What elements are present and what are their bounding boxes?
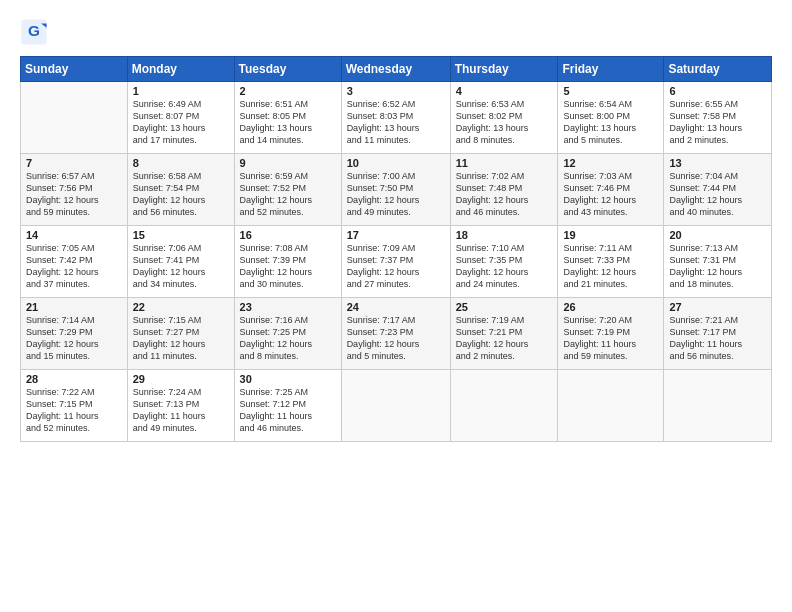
day-info: Sunrise: 7:16 AM Sunset: 7:25 PM Dayligh… [240, 314, 336, 363]
day-info: Sunrise: 6:51 AM Sunset: 8:05 PM Dayligh… [240, 98, 336, 147]
day-cell: 26Sunrise: 7:20 AM Sunset: 7:19 PM Dayli… [558, 298, 664, 370]
day-number: 1 [133, 85, 229, 97]
week-row-1: 1Sunrise: 6:49 AM Sunset: 8:07 PM Daylig… [21, 82, 772, 154]
day-info: Sunrise: 7:24 AM Sunset: 7:13 PM Dayligh… [133, 386, 229, 435]
day-cell: 27Sunrise: 7:21 AM Sunset: 7:17 PM Dayli… [664, 298, 772, 370]
svg-text:G: G [28, 22, 40, 39]
weekday-header-friday: Friday [558, 57, 664, 82]
day-cell: 18Sunrise: 7:10 AM Sunset: 7:35 PM Dayli… [450, 226, 558, 298]
day-number: 6 [669, 85, 766, 97]
day-cell: 14Sunrise: 7:05 AM Sunset: 7:42 PM Dayli… [21, 226, 128, 298]
day-cell: 20Sunrise: 7:13 AM Sunset: 7:31 PM Dayli… [664, 226, 772, 298]
day-cell: 7Sunrise: 6:57 AM Sunset: 7:56 PM Daylig… [21, 154, 128, 226]
day-info: Sunrise: 6:59 AM Sunset: 7:52 PM Dayligh… [240, 170, 336, 219]
day-info: Sunrise: 7:05 AM Sunset: 7:42 PM Dayligh… [26, 242, 122, 291]
day-cell [341, 370, 450, 442]
day-cell: 24Sunrise: 7:17 AM Sunset: 7:23 PM Dayli… [341, 298, 450, 370]
day-info: Sunrise: 6:49 AM Sunset: 8:07 PM Dayligh… [133, 98, 229, 147]
day-number: 9 [240, 157, 336, 169]
weekday-header-tuesday: Tuesday [234, 57, 341, 82]
day-number: 7 [26, 157, 122, 169]
day-cell: 25Sunrise: 7:19 AM Sunset: 7:21 PM Dayli… [450, 298, 558, 370]
day-number: 24 [347, 301, 445, 313]
day-info: Sunrise: 7:22 AM Sunset: 7:15 PM Dayligh… [26, 386, 122, 435]
day-cell [664, 370, 772, 442]
day-number: 8 [133, 157, 229, 169]
week-row-3: 14Sunrise: 7:05 AM Sunset: 7:42 PM Dayli… [21, 226, 772, 298]
day-info: Sunrise: 7:04 AM Sunset: 7:44 PM Dayligh… [669, 170, 766, 219]
calendar-table: SundayMondayTuesdayWednesdayThursdayFrid… [20, 56, 772, 442]
week-row-5: 28Sunrise: 7:22 AM Sunset: 7:15 PM Dayli… [21, 370, 772, 442]
day-info: Sunrise: 6:57 AM Sunset: 7:56 PM Dayligh… [26, 170, 122, 219]
week-row-2: 7Sunrise: 6:57 AM Sunset: 7:56 PM Daylig… [21, 154, 772, 226]
day-number: 5 [563, 85, 658, 97]
day-number: 3 [347, 85, 445, 97]
day-number: 29 [133, 373, 229, 385]
day-info: Sunrise: 7:00 AM Sunset: 7:50 PM Dayligh… [347, 170, 445, 219]
day-number: 28 [26, 373, 122, 385]
day-number: 18 [456, 229, 553, 241]
day-info: Sunrise: 7:25 AM Sunset: 7:12 PM Dayligh… [240, 386, 336, 435]
day-info: Sunrise: 7:15 AM Sunset: 7:27 PM Dayligh… [133, 314, 229, 363]
day-cell: 22Sunrise: 7:15 AM Sunset: 7:27 PM Dayli… [127, 298, 234, 370]
day-cell: 29Sunrise: 7:24 AM Sunset: 7:13 PM Dayli… [127, 370, 234, 442]
day-cell: 12Sunrise: 7:03 AM Sunset: 7:46 PM Dayli… [558, 154, 664, 226]
day-number: 22 [133, 301, 229, 313]
page-header: G [20, 18, 772, 46]
weekday-header-sunday: Sunday [21, 57, 128, 82]
day-info: Sunrise: 7:19 AM Sunset: 7:21 PM Dayligh… [456, 314, 553, 363]
day-info: Sunrise: 7:02 AM Sunset: 7:48 PM Dayligh… [456, 170, 553, 219]
weekday-header-monday: Monday [127, 57, 234, 82]
day-cell: 10Sunrise: 7:00 AM Sunset: 7:50 PM Dayli… [341, 154, 450, 226]
day-number: 23 [240, 301, 336, 313]
day-number: 4 [456, 85, 553, 97]
day-cell [558, 370, 664, 442]
logo: G [20, 18, 52, 46]
day-cell: 15Sunrise: 7:06 AM Sunset: 7:41 PM Dayli… [127, 226, 234, 298]
day-info: Sunrise: 7:11 AM Sunset: 7:33 PM Dayligh… [563, 242, 658, 291]
day-number: 14 [26, 229, 122, 241]
day-info: Sunrise: 6:53 AM Sunset: 8:02 PM Dayligh… [456, 98, 553, 147]
day-cell: 11Sunrise: 7:02 AM Sunset: 7:48 PM Dayli… [450, 154, 558, 226]
day-info: Sunrise: 7:09 AM Sunset: 7:37 PM Dayligh… [347, 242, 445, 291]
day-info: Sunrise: 7:03 AM Sunset: 7:46 PM Dayligh… [563, 170, 658, 219]
day-number: 21 [26, 301, 122, 313]
day-cell: 16Sunrise: 7:08 AM Sunset: 7:39 PM Dayli… [234, 226, 341, 298]
day-number: 30 [240, 373, 336, 385]
day-info: Sunrise: 6:54 AM Sunset: 8:00 PM Dayligh… [563, 98, 658, 147]
day-cell: 17Sunrise: 7:09 AM Sunset: 7:37 PM Dayli… [341, 226, 450, 298]
day-cell: 13Sunrise: 7:04 AM Sunset: 7:44 PM Dayli… [664, 154, 772, 226]
day-info: Sunrise: 6:52 AM Sunset: 8:03 PM Dayligh… [347, 98, 445, 147]
day-number: 19 [563, 229, 658, 241]
day-number: 15 [133, 229, 229, 241]
day-cell: 3Sunrise: 6:52 AM Sunset: 8:03 PM Daylig… [341, 82, 450, 154]
day-number: 20 [669, 229, 766, 241]
day-info: Sunrise: 7:21 AM Sunset: 7:17 PM Dayligh… [669, 314, 766, 363]
day-cell: 4Sunrise: 6:53 AM Sunset: 8:02 PM Daylig… [450, 82, 558, 154]
day-cell: 28Sunrise: 7:22 AM Sunset: 7:15 PM Dayli… [21, 370, 128, 442]
day-cell: 1Sunrise: 6:49 AM Sunset: 8:07 PM Daylig… [127, 82, 234, 154]
day-number: 12 [563, 157, 658, 169]
day-cell: 9Sunrise: 6:59 AM Sunset: 7:52 PM Daylig… [234, 154, 341, 226]
day-cell: 8Sunrise: 6:58 AM Sunset: 7:54 PM Daylig… [127, 154, 234, 226]
day-number: 11 [456, 157, 553, 169]
day-info: Sunrise: 7:08 AM Sunset: 7:39 PM Dayligh… [240, 242, 336, 291]
day-number: 25 [456, 301, 553, 313]
day-number: 13 [669, 157, 766, 169]
day-cell: 21Sunrise: 7:14 AM Sunset: 7:29 PM Dayli… [21, 298, 128, 370]
day-cell: 23Sunrise: 7:16 AM Sunset: 7:25 PM Dayli… [234, 298, 341, 370]
day-info: Sunrise: 7:17 AM Sunset: 7:23 PM Dayligh… [347, 314, 445, 363]
day-cell: 5Sunrise: 6:54 AM Sunset: 8:00 PM Daylig… [558, 82, 664, 154]
weekday-header-saturday: Saturday [664, 57, 772, 82]
day-cell: 6Sunrise: 6:55 AM Sunset: 7:58 PM Daylig… [664, 82, 772, 154]
week-row-4: 21Sunrise: 7:14 AM Sunset: 7:29 PM Dayli… [21, 298, 772, 370]
day-info: Sunrise: 7:10 AM Sunset: 7:35 PM Dayligh… [456, 242, 553, 291]
day-cell [21, 82, 128, 154]
logo-icon: G [20, 18, 48, 46]
day-number: 2 [240, 85, 336, 97]
day-info: Sunrise: 7:13 AM Sunset: 7:31 PM Dayligh… [669, 242, 766, 291]
day-number: 17 [347, 229, 445, 241]
weekday-header-row: SundayMondayTuesdayWednesdayThursdayFrid… [21, 57, 772, 82]
day-number: 10 [347, 157, 445, 169]
day-info: Sunrise: 6:58 AM Sunset: 7:54 PM Dayligh… [133, 170, 229, 219]
